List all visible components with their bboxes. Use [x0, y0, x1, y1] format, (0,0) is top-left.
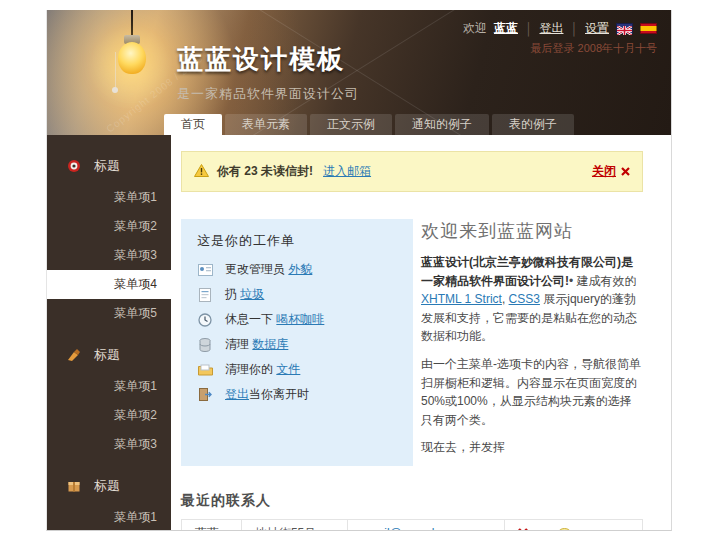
contacts-table: 蓝蓝 地址街55号 email@soandso.com 蓝蓝 地址街55号: [181, 519, 643, 531]
lamp-cord: [131, 10, 133, 36]
task-item: 更改管理员 外貌: [197, 261, 397, 278]
sidebar-item-1[interactable]: 菜单项1: [47, 503, 171, 531]
sidebar-item-1[interactable]: 菜单项1: [47, 183, 171, 212]
tab-notice-example[interactable]: 通知的例子: [395, 114, 489, 135]
sidebar-section-3-header: 标题: [47, 469, 171, 503]
lamp-pullchain: [115, 52, 116, 88]
tab-table-example[interactable]: 表的例子: [492, 114, 574, 135]
logout-link[interactable]: 登出: [540, 20, 564, 37]
task-text: 更改管理员 外貌: [225, 261, 312, 278]
page-container: Copyright 2008 / 2009 欢迎 蓝蓝 │ 登出 │ 设置 最后…: [46, 10, 672, 531]
task-link-appearance[interactable]: 外貌: [288, 262, 312, 276]
sidebar-section-2-header: 标题: [47, 338, 171, 372]
goto-mailbox-link[interactable]: 进入邮箱: [323, 163, 371, 180]
lamp-pullknob: [112, 87, 118, 93]
separator: │: [571, 22, 579, 36]
spain-flag-icon[interactable]: [640, 23, 657, 34]
note-icon: [197, 288, 213, 302]
tab-home[interactable]: 首页: [164, 114, 222, 135]
sidebar-section-title: 标题: [94, 346, 120, 364]
warning-icon: [194, 164, 209, 180]
delete-icon[interactable]: [518, 528, 528, 531]
sidebar-section-2: 标题 菜单项1 菜单项2 菜单项3: [47, 338, 171, 459]
sidebar-item-2[interactable]: 菜单项2: [47, 401, 171, 430]
lifebuoy-icon: [67, 159, 81, 173]
worklist-title: 这是你的工作单: [197, 232, 397, 250]
welcome-paragraph-3: 现在去，并发挥: [421, 438, 643, 457]
uk-flag-icon[interactable]: [616, 23, 633, 34]
task-link-logout[interactable]: 登出: [225, 387, 249, 401]
sidebar-section-1-header: 标题: [47, 149, 171, 183]
admin-card-icon: [197, 264, 213, 276]
welcome-paragraph-1: 蓝蓝设计(北京兰亭妙微科技有限公司)是一家精品软件界面设计公司!• 建成有效的 …: [421, 253, 643, 346]
site-title-block: 蓝蓝设计模板 是一家精品软件界面设计公司: [177, 42, 359, 103]
contact-address: 地址街55号: [241, 519, 347, 531]
task-text: 登出当你离开时: [225, 386, 309, 403]
welcome-label: 欢迎: [463, 20, 487, 37]
task-item: 扔 垃圾: [197, 286, 397, 303]
tab-form-elements[interactable]: 表单元素: [225, 114, 307, 135]
sidebar-item-1[interactable]: 菜单项1: [47, 372, 171, 401]
sidebar-item-2[interactable]: 菜单项2: [47, 212, 171, 241]
task-item: 清理你的 文件: [197, 361, 397, 378]
welcome-paragraph-2: 由一个主菜单-选项卡的内容，导航很简单扫屏橱柜和逻辑。内容显示在页面宽度的50%…: [421, 355, 643, 429]
sidebar-section-1: 标题 菜单项1 菜单项2 菜单项3 菜单项4 菜单项5: [47, 149, 171, 328]
xhtml-link[interactable]: XHTML 1 Strict: [421, 292, 502, 306]
header: Copyright 2008 / 2009 欢迎 蓝蓝 │ 登出 │ 设置 最后…: [47, 10, 671, 135]
task-link-coffee[interactable]: 喝杯咖啡: [276, 312, 324, 326]
main-content: 你有 23 未读信封! 进入邮箱 关闭 这是你的工作单: [171, 135, 671, 531]
site-title: 蓝蓝设计模板: [177, 42, 359, 77]
sidebar-item-4-active[interactable]: 菜单项4: [47, 270, 171, 299]
comment-icon[interactable]: [558, 528, 571, 531]
tab-text-example[interactable]: 正文示例: [310, 114, 392, 135]
username-link[interactable]: 蓝蓝: [494, 20, 518, 37]
sidebar-item-3[interactable]: 菜单项3: [47, 430, 171, 459]
logout-icon: [197, 388, 213, 401]
notice-prefix: 你有: [217, 164, 241, 178]
sidebar-item-3[interactable]: 菜单项3: [47, 241, 171, 270]
database-icon: [197, 338, 213, 352]
sidebar-section-title: 标题: [94, 477, 120, 495]
unread-mail-notice: 你有 23 未读信封! 进入邮箱 关闭: [181, 151, 643, 192]
welcome-heading: 欢迎来到蓝蓝网站: [421, 219, 643, 243]
site-subtitle: 是一家精品软件界面设计公司: [177, 85, 359, 103]
last-login: 最后登录 2008年十月十号: [530, 41, 657, 56]
settings-link[interactable]: 设置: [585, 20, 609, 37]
task-text: 清理 数据库: [225, 336, 288, 353]
sidebar: 标题 菜单项1 菜单项2 菜单项3 菜单项4 菜单项5 标题 菜单项1 菜单项2…: [47, 135, 171, 531]
sidebar-section-title: 标题: [94, 157, 120, 175]
task-link-database[interactable]: 数据库: [252, 337, 288, 351]
tab-bar: 首页 表单元素 正文示例 通知的例子 表的例子: [164, 114, 574, 135]
worklist-box: 这是你的工作单 更改管理员 外貌 扔 垃圾: [181, 219, 413, 466]
sidebar-section-3: 标题 菜单项1 菜单项2 菜单项3: [47, 469, 171, 531]
contact-name-link[interactable]: 蓝蓝: [195, 526, 219, 531]
user-bar: 欢迎 蓝蓝 │ 登出 │ 设置: [463, 20, 657, 37]
task-link-files[interactable]: 文件: [276, 362, 300, 376]
separator: │: [525, 22, 533, 36]
folder-icon: [197, 364, 213, 376]
contacts-heading: 最近的联系人: [181, 492, 643, 510]
contact-email-link[interactable]: email@soandso.com: [361, 526, 473, 531]
table-row: 蓝蓝 地址街55号 email@soandso.com: [182, 519, 643, 531]
package-icon: [67, 479, 81, 493]
task-item: 休息一下 喝杯咖啡: [197, 311, 397, 328]
task-text: 休息一下 喝杯咖啡: [225, 311, 324, 328]
close-notice-link[interactable]: 关闭: [592, 163, 616, 180]
task-text: 扔 垃圾: [225, 286, 264, 303]
css3-link[interactable]: CSS3: [509, 292, 540, 306]
task-text: 清理你的 文件: [225, 361, 300, 378]
brush-icon: [67, 348, 81, 362]
lightbulb-icon: [118, 42, 146, 74]
contacts-section: 最近的联系人 蓝蓝 地址街55号 email@soandso.com: [181, 492, 643, 531]
task-item: 清理 数据库: [197, 336, 397, 353]
edit-icon[interactable]: [537, 527, 549, 531]
task-link-trash[interactable]: 垃圾: [240, 287, 264, 301]
sidebar-item-5[interactable]: 菜单项5: [47, 299, 171, 328]
unread-count: 23: [244, 164, 257, 178]
clock-icon: [197, 313, 213, 327]
close-x-icon[interactable]: [621, 165, 630, 179]
welcome-section: 欢迎来到蓝蓝网站 蓝蓝设计(北京兰亭妙微科技有限公司)是一家精品软件界面设计公司…: [421, 219, 643, 466]
notice-suffix: 未读信封!: [261, 164, 313, 178]
task-item: 登出当你离开时: [197, 386, 397, 403]
